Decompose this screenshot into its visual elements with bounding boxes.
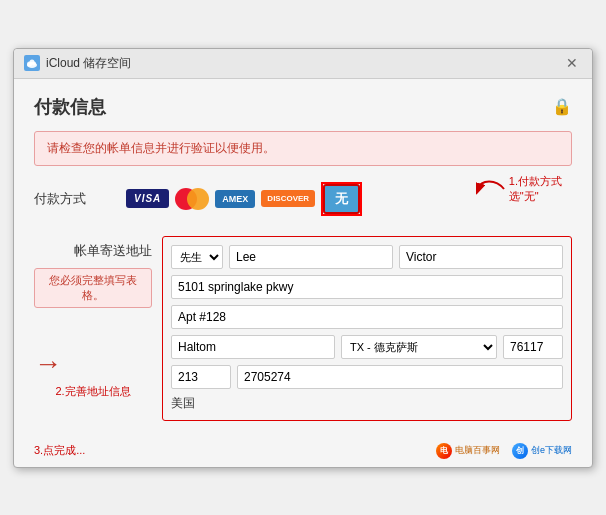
alert-box: 请检查您的帐单信息并进行验证以便使用。 (34, 131, 572, 166)
zip-input[interactable] (503, 335, 563, 359)
address-label: 帐单寄送地址 (34, 242, 152, 260)
footer: 3.点完成... 电 电脑百事网 创 创e下载网 (14, 437, 592, 467)
titlebar: iCloud 储存空间 ✕ (14, 49, 592, 79)
payment-label: 付款方式 (34, 190, 114, 208)
window-title: iCloud 储存空间 (46, 55, 131, 72)
section-title: 付款信息 (34, 95, 106, 119)
site-badge-2: 创 创e下载网 (512, 443, 572, 459)
site-logo-2: 创 (512, 443, 528, 459)
site-name-1: 电脑百事网 (455, 444, 500, 457)
amex-icon: AMEX (215, 190, 255, 208)
street2-input[interactable] (171, 305, 563, 329)
city-state-zip-row: TX - 德克萨斯 (171, 335, 563, 359)
icloud-icon (26, 57, 38, 69)
none-payment-box: 无 (321, 182, 362, 216)
app-icon (24, 55, 40, 71)
address-section: 帐单寄送地址 您必须完整填写表格。 → 2.完善地址信息 先生 女士 (34, 236, 572, 421)
close-button[interactable]: ✕ (562, 55, 582, 71)
site-name-2: 创e下载网 (531, 444, 572, 457)
arrow-icon-2: → (34, 348, 62, 380)
site-badges: 电 电脑百事网 创 创e下载网 (436, 443, 572, 459)
annotation-1: 1.付款方式 选"无" (476, 174, 562, 204)
street2-row (171, 305, 563, 329)
none-button[interactable]: 无 (323, 184, 360, 214)
arrow-icon-1 (476, 174, 506, 204)
first-name-input[interactable] (399, 245, 563, 269)
app-window: iCloud 储存空间 ✕ 付款信息 🔒 请检查您的帐单信息并进行验证以便使用。… (13, 48, 593, 468)
site-logo-1: 电 (436, 443, 452, 459)
state-select[interactable]: TX - 德克萨斯 (341, 335, 497, 359)
visa-icon: VISA (126, 189, 169, 208)
section-header: 付款信息 🔒 (34, 95, 572, 119)
main-content: 付款信息 🔒 请检查您的帐单信息并进行验证以便使用。 付款方式 VISA AME… (14, 79, 592, 437)
last-name-input[interactable] (229, 245, 393, 269)
annotation-3: 3.点完成... (34, 443, 85, 458)
mastercard-icon (175, 188, 209, 210)
alert-text: 请检查您的帐单信息并进行验证以便使用。 (47, 141, 275, 155)
site-badge-1: 电 电脑百事网 (436, 443, 500, 459)
annotation-2-text: 2.完善地址信息 (34, 384, 152, 399)
address-forms: 先生 女士 TX - 德克萨斯 (162, 236, 572, 421)
annotation-1-text: 1.付款方式 选"无" (509, 174, 562, 203)
address-label-col: 帐单寄送地址 您必须完整填写表格。 → 2.完善地址信息 (34, 236, 152, 421)
titlebar-left: iCloud 储存空间 (24, 55, 131, 72)
country-label: 美国 (171, 395, 195, 412)
lock-icon: 🔒 (552, 97, 572, 116)
city-input[interactable] (171, 335, 335, 359)
card-icons: VISA AMEX DISCOVER 无 (126, 182, 362, 216)
name-row: 先生 女士 (171, 245, 563, 269)
address-error: 您必须完整填写表格。 (34, 268, 152, 308)
phone1-input[interactable] (171, 365, 231, 389)
salutation-select[interactable]: 先生 女士 (171, 245, 223, 269)
phone-row (171, 365, 563, 389)
phone2-input[interactable] (237, 365, 563, 389)
payment-row: 付款方式 VISA AMEX DISCOVER 无 (34, 182, 572, 216)
country-row: 美国 (171, 395, 563, 412)
discover-icon: DISCOVER (261, 190, 315, 207)
svg-point-3 (30, 60, 35, 65)
street1-input[interactable] (171, 275, 563, 299)
street1-row (171, 275, 563, 299)
annotation-2-area: → (34, 348, 152, 380)
